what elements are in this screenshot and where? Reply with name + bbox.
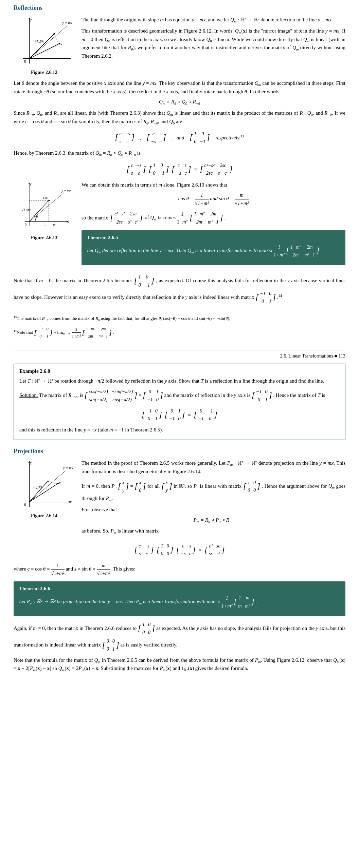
figure-2-6-13-caption: Figure 2.6.13 [31,234,57,241]
svg-text:y: y [30,17,32,22]
figure-2-6-12-caption: Figure 2.6.12 [31,69,57,76]
svg-text:1: 1 [44,222,46,226]
svg-line-11 [29,44,59,59]
qm-formula: Qm = Rθ ∘ Q0 ∘ R−θ [14,98,345,107]
figure-2-6-14-svg: x y y = mx x Pm(x) 0 [15,459,73,510]
svg-line-24 [29,200,49,221]
svg-text:y = mx: y = mx [63,466,73,470]
theorem-266-title: Theorem 2.6.6 [19,585,340,593]
theorem-265-text-block: We can obtain this matrix in terms of m … [82,181,345,270]
proj-para-3: First observe that [82,506,345,514]
svg-line-8 [29,34,54,59]
theorem-265-box: Theorem 2.6.5 Let Qm denote reflection i… [82,230,345,265]
svg-text:x: x [60,42,62,46]
svg-text:Qm(x): Qm(x) [35,39,44,44]
page-number: 2.6. Linear Transformations ■ 113 [14,350,345,360]
example-268-solution: Solution. The matrix of R−π/2 is [ cos(−… [19,387,340,404]
costheta-formula: cos θ = 1√1+m² and sin θ = m√1+m² [82,191,345,207]
example-268-intro: Let T : ℝ² → ℝ² be rotation through −π/2… [19,377,340,385]
intro-para-1: The line through the origin with slope m… [82,16,345,24]
pm-formula: Pm = Rθ ∘ P0 ∘ R−θ [82,516,345,525]
figure-2-6-14-block: x y y = mx x Pm(x) 0 Figure 2. [14,459,75,538]
projections-title: Projections [14,447,345,456]
footnote-14: 14Note that [ −10 01 ] = limm→∞ 11+m² [ … [14,325,345,340]
hence-para: Hence, by Theorem 2.6.3, the matrix of Q… [14,149,345,158]
svg-text:x: x [69,57,72,61]
proj-final-2: Note that the formula for the matrix of … [14,656,345,673]
projections-text: The method in the proof of Theorem 2.6.5… [82,459,345,538]
projections-section: Projections x y y = mx x Pm [14,447,345,673]
svg-text:y = mx: y = mx [61,189,71,193]
proj-final-1: Again, if m = 0, then the matrix in Theo… [14,620,345,654]
proj-para-1: The method in the proof of Theorem 2.6.5… [82,459,345,475]
note-m0-para: Note that if m = 0, the matrix in Theore… [14,273,345,306]
proj-para-4: as before. So, Pm is linear with matrix [82,527,345,536]
svg-text:0: 0 [24,59,26,64]
footnotes: 13The matrix of R−θ comes from the matri… [14,313,345,340]
example-268-matrix-calc: [ −10 01 ] [ 01 −10 ] = [ 0−1 −10 ] [19,407,340,423]
theta-para: Let θ denote the angle between the posit… [14,79,345,95]
reflections-intro-text: The line through the origin with slope m… [82,16,345,76]
figure-2-6-13-svg: x y y = mx 1/m √1+m² θ m [15,181,73,232]
proj-para-2: If m = 0, then P0 [ x y ] = [ x 0 [82,478,345,503]
matrices-display-1: [ c−s sc ] , [ cs −sc ] , and [ 10 0−1 ] [14,130,345,146]
svg-text:y: y [30,182,32,186]
svg-text:0: 0 [24,503,26,507]
matrix-r-theta: [ cs −sc ] [147,130,166,146]
intro-para-2: This transformation is described geometr… [82,27,345,60]
matrix-q0: [ 10 0−1 ] [190,130,210,146]
svg-text:√1+m²: √1+m² [22,208,31,212]
reflections-section: Reflections x y y = mx Qm(x) [14,3,345,340]
theorem-265-title: Theorem 2.6.5 [87,234,340,242]
figure-2-6-13-block: x y y = mx 1/m √1+m² θ m [14,181,75,270]
linearity-para: Since R−θ, Q0, and Rθ are all linear, th… [14,109,345,126]
theorem-266-body: Let Pm : ℝ² → ℝ² be projection on the li… [19,594,340,610]
projections-intro-block: x y y = mx x Pm(x) 0 Figure 2. [14,459,345,538]
figure-2-6-12-svg: x y y = mx Qm(x) x 0 [15,16,73,67]
svg-text:x: x [59,481,61,485]
matrix-rtheta: [ c−s sc ] [115,130,134,146]
svg-line-15 [54,34,59,44]
svg-text:θ: θ [36,214,38,218]
solution-label: Solution. [19,392,38,398]
costheta-para: We can obtain this matrix in terms of m … [82,181,345,189]
pm-matrix-calc: [ c−s sc ] [ 10 00 ] [ cs −sc ] = [ [14,542,345,558]
svg-text:x: x [67,219,69,223]
matrix-multiplication: [ c−s sc ] [ 10 0−1 ] [ cs −sc ] = [ [14,161,345,178]
svg-text:m: m [53,222,55,226]
example-268-box: Example 2.6.8 Let T : ℝ² → ℝ² be rotatio… [14,364,345,440]
theorem-266-box: Theorem 2.6.6 Let Pm : ℝ² → ℝ² be projec… [14,581,345,616]
svg-text:y: y [30,461,32,465]
example-268-conclusion: and this is reflection in the line y = −… [19,426,340,434]
figure-2-6-13-block-outer: x y y = mx 1/m √1+m² θ m [14,181,345,270]
svg-text:y = mx: y = mx [62,21,72,25]
theorem-265-body: Let Qm denote reflection in the line y =… [87,243,340,259]
figure-2-6-12-block: x y y = mx Qm(x) x 0 Figure 2. [14,16,75,76]
where-c-s: where c = cos θ = 1√1+m² and s = sin θ =… [14,562,345,577]
example-268-title: Example 2.6.8 [19,367,340,375]
footnote-13: 13The matrix of R−θ comes from the matri… [14,315,345,323]
svg-text:x: x [69,500,72,504]
so-matrix-line: so the matrix [ c²−s²2sc 2scs²−c² ] of Q… [82,210,345,226]
reflections-title: Reflections [14,3,345,13]
svg-text:0: 0 [25,222,26,226]
reflections-intro-block: x y y = mx Qm(x) x 0 Figure 2. [14,16,345,76]
figure-2-6-14-caption: Figure 2.6.14 [31,512,57,519]
svg-text:1/m: 1/m [43,196,48,200]
